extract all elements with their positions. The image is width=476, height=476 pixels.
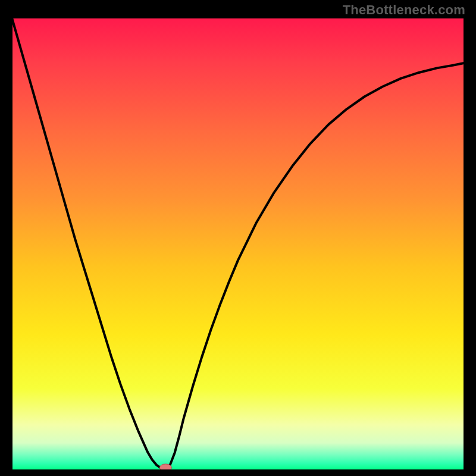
bottleneck-chart [12, 18, 464, 470]
stage: TheBottleneck.com [0, 0, 476, 476]
optimal-point-marker [159, 464, 171, 470]
chart-background [12, 18, 464, 470]
watermark-text: TheBottleneck.com [343, 2, 465, 18]
chart-area [12, 18, 464, 470]
